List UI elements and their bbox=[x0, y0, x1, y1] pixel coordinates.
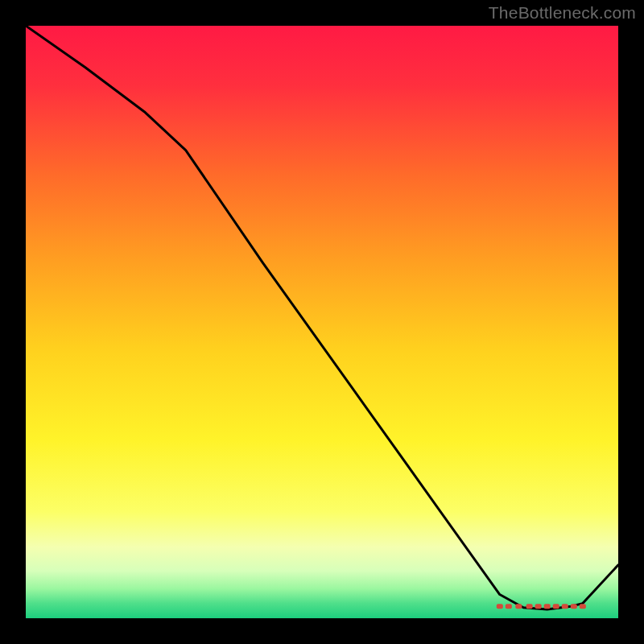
marker-dot bbox=[562, 604, 568, 609]
gradient-background bbox=[26, 26, 618, 618]
marker-dot bbox=[497, 604, 503, 609]
marker-dot bbox=[526, 604, 533, 609]
marker-dot bbox=[535, 604, 542, 609]
marker-dot bbox=[571, 604, 577, 609]
watermark-text: TheBottleneck.com bbox=[489, 3, 636, 23]
chart-svg bbox=[26, 26, 618, 618]
marker-dot bbox=[580, 604, 586, 609]
chart-plot-area bbox=[26, 26, 618, 618]
marker-dot bbox=[553, 604, 559, 609]
marker-dot bbox=[544, 604, 551, 609]
marker-dot bbox=[506, 604, 512, 609]
chart-frame: TheBottleneck.com bbox=[0, 0, 644, 644]
marker-dot bbox=[515, 604, 522, 609]
